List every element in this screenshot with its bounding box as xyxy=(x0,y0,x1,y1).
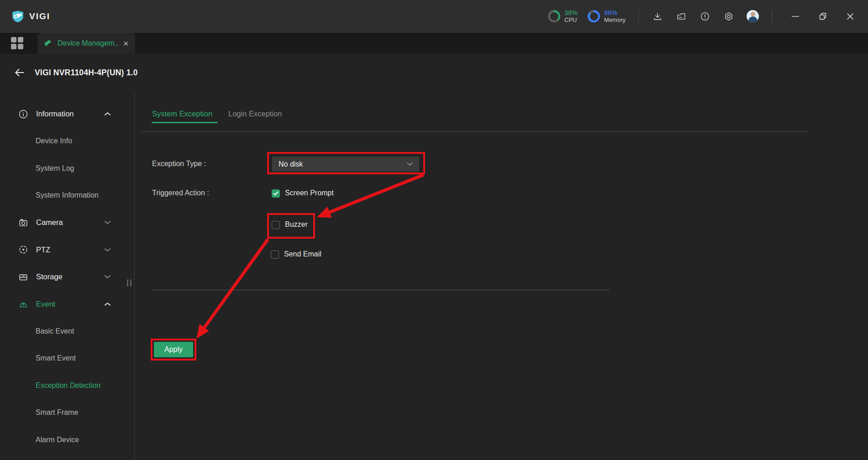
ptz-icon xyxy=(18,245,28,255)
device-title: VIGI NVR1104H-4P(UN) 1.0 xyxy=(35,68,138,78)
chevron-down-icon xyxy=(105,275,110,279)
tab-bar: Device Managem... ✕ xyxy=(0,33,868,54)
dropdown-selected-value: No disk xyxy=(279,160,407,168)
security-camera-icon xyxy=(43,39,53,48)
tab-device-management[interactable]: Device Managem... ✕ xyxy=(37,33,135,54)
sidebar-resize-handle[interactable] xyxy=(127,279,132,287)
sidebar-item-system-log[interactable]: System Log xyxy=(0,155,134,182)
vigi-app-window: VIGI 38% CPU 86% Memory xyxy=(0,0,868,460)
tabs-divider xyxy=(141,131,808,132)
apply-button[interactable]: Apply xyxy=(154,342,193,357)
tab-close-icon[interactable]: ✕ xyxy=(123,40,129,47)
about-icon[interactable] xyxy=(699,10,711,22)
send-email-checkbox[interactable] xyxy=(271,251,279,259)
camera-icon xyxy=(18,218,28,228)
chevron-up-icon xyxy=(105,112,110,116)
cpu-label: CPU xyxy=(564,17,578,24)
chevron-down-icon xyxy=(105,248,110,252)
titlebar-divider-2 xyxy=(772,10,772,23)
download-icon[interactable] xyxy=(652,10,663,22)
buzzer-checkbox[interactable] xyxy=(272,221,280,229)
info-icon xyxy=(18,109,28,119)
active-tab-underline xyxy=(152,122,218,123)
sidebar-item-system-information[interactable]: System Information xyxy=(0,182,134,209)
tab-system-exception[interactable]: System Exception xyxy=(152,110,212,118)
sidebar-item-ptz[interactable]: PTZ xyxy=(0,236,134,264)
memory-ring-icon xyxy=(588,10,600,22)
main-panel: System Exception Login Exception Excepti… xyxy=(135,91,868,460)
chevron-up-icon xyxy=(105,302,110,306)
titlebar-divider xyxy=(638,10,639,23)
apps-grid-icon[interactable] xyxy=(11,37,24,50)
sidebar-item-basic-event[interactable]: Basic Event xyxy=(0,318,134,345)
exception-type-label: Exception Type : xyxy=(152,160,206,168)
send-email-label[interactable]: Send Email xyxy=(284,250,321,258)
memory-meter: 86% Memory xyxy=(588,9,626,24)
sidebar-item-camera[interactable]: Camera xyxy=(0,209,134,236)
folder-icon[interactable] xyxy=(675,10,687,22)
close-button[interactable] xyxy=(844,10,856,22)
tab-login-exception[interactable]: Login Exception xyxy=(228,110,282,118)
brand-text: VIGI xyxy=(29,11,50,21)
sidebar-item-information[interactable]: Information xyxy=(0,100,134,128)
cpu-meter: 38% CPU xyxy=(548,9,578,24)
title-bar: VIGI 38% CPU 86% Memory xyxy=(0,0,868,33)
device-header: VIGI NVR1104H-4P(UN) 1.0 xyxy=(0,54,868,91)
annotation-box-apply: Apply xyxy=(151,339,196,361)
sidebar-item-device-info[interactable]: Device Info xyxy=(0,128,134,155)
chevron-down-icon xyxy=(105,220,110,225)
exception-type-dropdown[interactable]: No disk xyxy=(272,157,419,172)
screen-prompt-checkbox[interactable] xyxy=(272,189,280,198)
memory-value: 86% xyxy=(604,9,626,17)
chevron-down-icon xyxy=(407,162,413,166)
storage-icon xyxy=(18,272,28,282)
screen-prompt-label[interactable]: Screen Prompt xyxy=(285,189,334,197)
sidebar-item-smart-event[interactable]: Smart Event xyxy=(0,345,134,372)
triggered-action-label: Triggered Action : xyxy=(152,189,209,197)
sidebar: Information Device Info System Log Syste… xyxy=(0,91,135,460)
sidebar-item-storage[interactable]: Storage xyxy=(0,263,134,291)
sidebar-item-smart-frame[interactable]: Smart Frame xyxy=(0,399,134,427)
cpu-value: 38% xyxy=(564,9,578,17)
app-logo: VIGI xyxy=(11,10,50,23)
sidebar-item-exception-detection[interactable]: Exception Detection xyxy=(0,372,134,399)
account-avatar[interactable] xyxy=(747,10,759,22)
memory-label: Memory xyxy=(604,17,626,24)
sidebar-item-event[interactable]: Event xyxy=(0,291,134,318)
vigi-logo-icon xyxy=(11,10,25,23)
restore-button[interactable] xyxy=(817,10,829,22)
back-arrow-icon[interactable] xyxy=(14,67,26,78)
minimize-button[interactable] xyxy=(789,10,801,22)
form-divider xyxy=(152,290,610,290)
tab-label: Device Managem... xyxy=(58,39,118,47)
cpu-ring-icon xyxy=(548,10,560,22)
buzzer-label[interactable]: Buzzer xyxy=(285,220,308,229)
sidebar-item-alarm-device[interactable]: Alarm Device xyxy=(0,426,134,454)
settings-icon[interactable] xyxy=(723,10,735,22)
event-alarm-icon xyxy=(18,299,28,309)
